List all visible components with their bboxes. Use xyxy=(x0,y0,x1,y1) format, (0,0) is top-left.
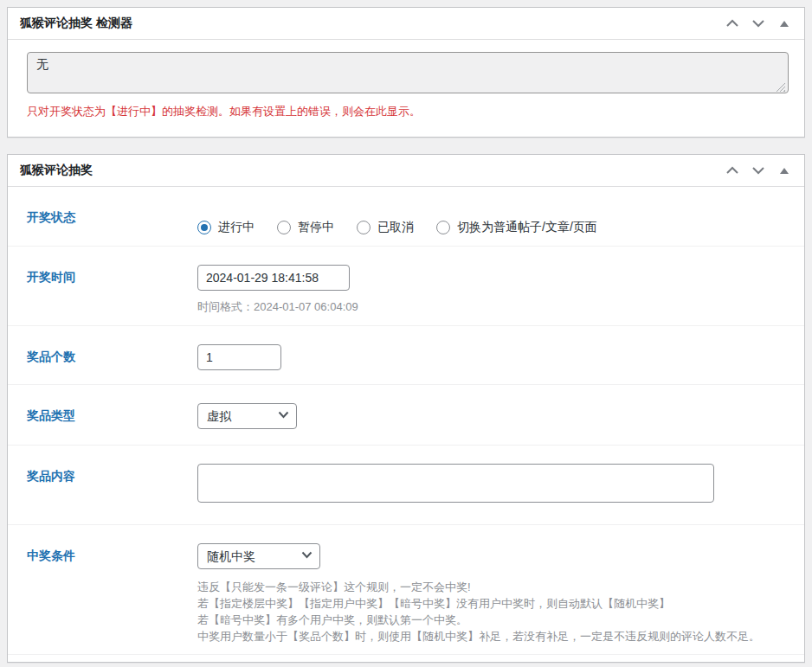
prize-content-label: 奖品内容 xyxy=(27,464,197,524)
radio-option-switch-normal[interactable]: 切换为普通帖子/文章/页面 xyxy=(436,220,597,235)
row-stub xyxy=(8,655,804,662)
row-prize-content: 奖品内容 xyxy=(8,446,804,525)
radio-checked-icon[interactable] xyxy=(197,221,211,234)
lottery-panel-actions xyxy=(719,159,797,182)
row-prize-count: 奖品个数 xyxy=(8,326,804,385)
row-lottery-status: 开奖状态 进行中 暂停中 已取消 切换为普通帖子/文章/页面 xyxy=(8,187,804,247)
radio-option-label: 进行中 xyxy=(218,220,255,235)
lottery-panel-title: 狐猴评论抽奖 xyxy=(20,162,93,179)
win-condition-hints: 违反【只能发一条一级评论】这个规则，一定不会中奖! 若【指定楼层中奖】【指定用户… xyxy=(197,579,794,645)
detector-panel: 狐猴评论抽奖 检测器 无 只对开奖状态为【进行中】的抽奖检测。如果有设置上的错误… xyxy=(7,7,805,138)
toggle-panel-icon[interactable] xyxy=(771,12,797,35)
lottery-time-label: 开奖时间 xyxy=(27,265,197,325)
detector-output-textarea[interactable]: 无 xyxy=(27,52,789,93)
hint-line: 中奖用户数量小于【奖品个数】时，则使用【随机中奖】补足，若没有补足，一定是不违反… xyxy=(197,628,794,645)
row-prize-type: 奖品类型 虚拟 xyxy=(8,385,804,446)
move-down-icon[interactable] xyxy=(745,159,771,182)
move-down-icon[interactable] xyxy=(745,12,771,35)
detector-note: 只对开奖状态为【进行中】的抽奖检测。如果有设置上的错误，则会在此显示。 xyxy=(27,104,787,119)
detector-panel-header: 狐猴评论抽奖 检测器 xyxy=(8,8,804,40)
prize-type-label: 奖品类型 xyxy=(27,403,197,445)
toggle-panel-icon[interactable] xyxy=(771,159,797,182)
radio-option-label: 已取消 xyxy=(377,220,414,235)
move-up-icon[interactable] xyxy=(719,12,745,35)
radio-option-label: 暂停中 xyxy=(298,220,334,235)
lottery-status-options: 进行中 暂停中 已取消 切换为普通帖子/文章/页面 xyxy=(197,205,794,246)
win-condition-label: 中奖条件 xyxy=(27,543,197,654)
detector-panel-actions xyxy=(719,12,797,35)
prize-count-input[interactable] xyxy=(197,344,281,370)
hint-line: 违反【只能发一条一级评论】这个规则，一定不会中奖! xyxy=(197,579,794,595)
detector-output-wrap: 无 xyxy=(27,52,787,93)
prize-type-select[interactable]: 虚拟 xyxy=(197,403,297,429)
radio-option-cancelled[interactable]: 已取消 xyxy=(357,220,414,235)
radio-unchecked-icon[interactable] xyxy=(436,221,450,234)
row-lottery-time: 开奖时间 时间格式：2024-01-07 06:04:09 xyxy=(8,247,804,326)
move-up-icon[interactable] xyxy=(719,159,745,182)
radio-unchecked-icon[interactable] xyxy=(357,221,371,234)
hint-line: 若【暗号中奖】有多个用户中奖，则默认第一个中奖。 xyxy=(197,612,794,628)
lottery-panel-header: 狐猴评论抽奖 xyxy=(8,155,804,187)
radio-unchecked-icon[interactable] xyxy=(277,221,291,234)
hint-line: 若【指定楼层中奖】【指定用户中奖】【暗号中奖】没有用户中奖时，则自动默认【随机中… xyxy=(197,595,794,612)
lottery-time-hint: 时间格式：2024-01-07 06:04:09 xyxy=(197,298,794,315)
detector-panel-title: 狐猴评论抽奖 检测器 xyxy=(20,15,132,32)
lottery-time-input[interactable] xyxy=(197,265,350,291)
page: 狐猴评论抽奖 检测器 无 只对开奖状态为【进行中】的抽奖检测。如果有设置上的错误… xyxy=(0,0,812,663)
prize-content-input[interactable] xyxy=(197,464,714,503)
radio-option-paused[interactable]: 暂停中 xyxy=(277,220,334,235)
detector-panel-body: 无 只对开奖状态为【进行中】的抽奖检测。如果有设置上的错误，则会在此显示。 xyxy=(8,40,804,137)
prize-count-label: 奖品个数 xyxy=(27,344,197,384)
lottery-panel: 狐猴评论抽奖 开奖状态 进行中 xyxy=(7,154,805,663)
win-condition-select[interactable]: 随机中奖 xyxy=(197,543,320,569)
radio-option-label: 切换为普通帖子/文章/页面 xyxy=(457,220,597,235)
lottery-status-label: 开奖状态 xyxy=(27,205,197,246)
row-win-condition: 中奖条件 随机中奖 违反【只能发一条一级评论】这个规则，一定不会中奖! 若【指定… xyxy=(8,525,804,655)
radio-option-ongoing[interactable]: 进行中 xyxy=(197,220,255,235)
